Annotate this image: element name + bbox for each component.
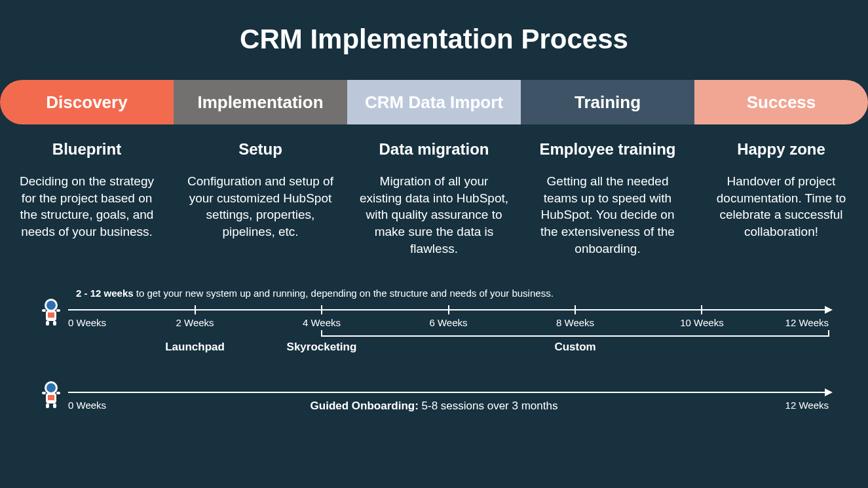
svg-point-9: [47, 383, 56, 392]
detail-title: Data migration: [359, 140, 509, 159]
astronaut-icon: [39, 297, 63, 326]
timeline-bracket: [322, 335, 829, 337]
timeline-tick-label: 4 Weeks: [303, 317, 341, 328]
detail-column: Employee trainingGetting all the needed …: [521, 140, 694, 257]
timeline-section: 2 - 12 weeks to get your new system up a…: [0, 257, 868, 424]
stage-bar: DiscoveryImplementationCRM Data ImportTr…: [0, 80, 868, 124]
svg-rect-6: [46, 321, 49, 326]
detail-title: Blueprint: [12, 140, 162, 159]
timeline-bracket-end: [828, 330, 829, 337]
timeline-tick: [321, 305, 322, 314]
timeline-primary: 0 Weeks2 Weeks4 Weeks6 Weeks8 Weeks10 We…: [39, 303, 829, 362]
timeline-arrow-icon: [825, 306, 833, 314]
svg-rect-3: [48, 312, 54, 318]
detail-description: Getting all the needed teams up to speed…: [533, 173, 683, 257]
stage-details-row: BlueprintDeciding on the strategy for th…: [0, 124, 868, 257]
svg-rect-5: [56, 309, 60, 312]
detail-title: Happy zone: [706, 140, 856, 159]
timeline-tick: [448, 305, 449, 314]
stage-pill: Training: [521, 80, 694, 124]
guided-bold: Guided Onboarding:: [311, 400, 419, 412]
detail-column: SetupConfiguration and setup of your cus…: [174, 140, 347, 257]
timeline-tick: [701, 305, 702, 314]
svg-rect-13: [56, 392, 60, 394]
timeline-tick-label: 10 Weeks: [680, 317, 723, 328]
stage-pill: Discovery: [0, 80, 174, 124]
timeline-tick: [575, 305, 576, 314]
timeline-tick-label: 8 Weeks: [556, 317, 594, 328]
timeline-arrow-icon: [825, 388, 833, 396]
timeline-bracket-end: [321, 330, 322, 337]
detail-column: Data migrationMigration of all your exis…: [347, 140, 521, 257]
timeline-secondary: 0 Weeks 12 Weeks Guided Onboarding: 5-8 …: [39, 385, 829, 424]
timeline-note-bold: 2 - 12 weeks: [76, 288, 134, 299]
timeline-phase-label: Launchpad: [165, 341, 225, 354]
timeline-axis: [68, 392, 829, 393]
timeline-phase-label: Custom: [554, 341, 595, 354]
guided-rest: 5-8 sessions over 3 months: [419, 400, 558, 412]
page-title: CRM Implementation Process: [0, 0, 868, 80]
svg-rect-7: [53, 321, 56, 326]
stage-pill: Implementation: [174, 80, 347, 124]
stage-pill: CRM Data Import: [347, 80, 521, 124]
guided-onboarding-label: Guided Onboarding: 5-8 sessions over 3 m…: [39, 400, 829, 413]
timeline-tick-label: 2 Weeks: [176, 317, 214, 328]
detail-title: Setup: [185, 140, 335, 159]
timeline-tick-label: 12 Weeks: [785, 317, 829, 328]
detail-description: Handover of project documentation. Time …: [706, 173, 856, 240]
detail-description: Migration of all your existing data into…: [359, 173, 509, 257]
timeline-phase-label: Skyrocketing: [287, 341, 357, 354]
timeline-tick-label: 6 Weeks: [429, 317, 467, 328]
detail-description: Configuration and setup of your customiz…: [185, 173, 335, 240]
timeline-tick: [195, 305, 196, 314]
timeline-note: 2 - 12 weeks to get your new system up a…: [76, 287, 829, 300]
timeline-tick-label: 0 Weeks: [68, 317, 106, 328]
timeline-note-rest: to get your new system up and running, d…: [134, 288, 554, 299]
detail-title: Employee training: [533, 140, 683, 159]
detail-description: Deciding on the strategy for the project…: [12, 173, 162, 240]
detail-column: BlueprintDeciding on the strategy for th…: [0, 140, 174, 257]
svg-point-1: [47, 301, 56, 310]
svg-rect-12: [42, 392, 46, 394]
detail-column: Happy zoneHandover of project documentat…: [694, 140, 868, 257]
stage-pill: Success: [694, 80, 868, 124]
svg-rect-4: [42, 309, 46, 312]
